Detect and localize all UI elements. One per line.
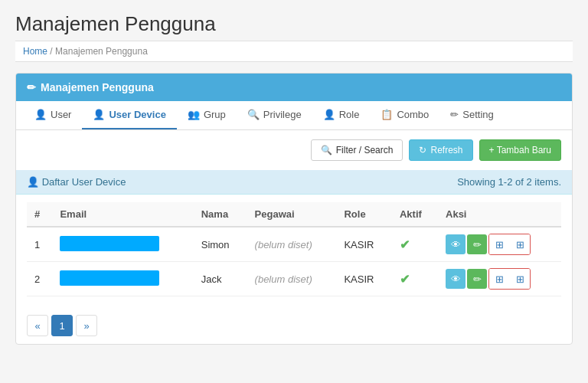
col-aksi: Aksi xyxy=(438,202,561,227)
grid2-button[interactable]: ⊞ xyxy=(510,234,530,254)
tab-grup[interactable]: 👥 Grup xyxy=(177,101,237,129)
card-header-icon: ✏ xyxy=(27,81,36,93)
table-row: 2 Jack (belum diset) KASIR ✔ 👁 ✏ xyxy=(27,262,561,296)
cell-pegawai: (belum diset) xyxy=(247,262,337,296)
check-icon: ✔ xyxy=(400,238,410,251)
section-title: 👤 Daftar User Device xyxy=(27,176,126,188)
cell-aktif: ✔ xyxy=(392,262,438,296)
col-pegawai: Pegawai xyxy=(247,202,337,227)
cell-no: 1 xyxy=(27,227,52,262)
page-1-button[interactable]: 1 xyxy=(51,315,73,336)
tab-combo[interactable]: 📋 Combo xyxy=(370,101,439,129)
view-button[interactable]: 👁 xyxy=(446,269,466,289)
cell-no: 2 xyxy=(27,262,52,296)
tab-user-device-label: User Device xyxy=(109,109,165,120)
tab-setting-label: Setting xyxy=(462,109,493,120)
delete-group: ⊞ ⊞ xyxy=(488,268,531,290)
table-body: 1 Simon (belum diset) KASIR ✔ 👁 ✏ xyxy=(27,227,561,296)
user-device-icon: 👤 xyxy=(93,109,105,120)
tab-grup-label: Grup xyxy=(204,109,226,120)
page-wrapper: Manajemen Pengguna Home / Manajemen Peng… xyxy=(0,0,588,357)
user-icon: 👤 xyxy=(34,109,47,120)
col-aktif: Aktif xyxy=(392,202,438,227)
setting-icon: ✏ xyxy=(450,109,459,120)
tab-setting[interactable]: ✏ Setting xyxy=(439,101,504,129)
breadcrumb-home[interactable]: Home xyxy=(23,46,47,57)
col-email: Email xyxy=(52,202,193,227)
check-icon: ✔ xyxy=(400,273,410,286)
tab-privilege[interactable]: 🔍 Privilege xyxy=(237,101,312,129)
filter-label: Filter / Search xyxy=(336,145,394,155)
breadcrumb-separator: / xyxy=(50,46,52,57)
card-header-label: Manajemen Pengguna xyxy=(41,81,154,93)
email-display xyxy=(60,236,159,251)
cell-role: KASIR xyxy=(336,227,392,262)
data-table: # Email Nama Pegawai Role Aktif Aksi 1 xyxy=(27,202,561,296)
section-header: 👤 Daftar User Device Showing 1-2 of 2 it… xyxy=(16,170,572,195)
cell-aktif: ✔ xyxy=(392,227,438,262)
table-row: 1 Simon (belum diset) KASIR ✔ 👁 ✏ xyxy=(27,227,561,262)
role-icon: 👤 xyxy=(323,109,335,120)
filter-search-button[interactable]: 🔍 Filter / Search xyxy=(311,139,403,161)
tab-user-device[interactable]: 👤 User Device xyxy=(82,101,176,129)
cell-aksi: 👁 ✏ ⊞ ⊞ xyxy=(438,262,561,296)
tab-privilege-label: Privilege xyxy=(263,109,302,120)
section-icon: 👤 xyxy=(27,176,39,188)
section-label: Daftar User Device xyxy=(42,176,126,188)
refresh-button[interactable]: ↻ Refresh xyxy=(409,139,472,161)
add-label: + Tambah Baru xyxy=(489,145,552,155)
grup-icon: 👥 xyxy=(188,109,200,120)
next-page-button[interactable]: » xyxy=(76,315,97,336)
action-buttons: 👁 ✏ ⊞ ⊞ xyxy=(446,234,554,255)
showing-text: Showing 1-2 of 2 items. xyxy=(457,176,561,188)
edit-button[interactable]: ✏ xyxy=(467,269,487,289)
breadcrumb-current: Manajemen Pengguna xyxy=(55,46,148,57)
privilege-icon: 🔍 xyxy=(247,109,260,120)
view-button[interactable]: 👁 xyxy=(446,234,466,254)
header-row: # Email Nama Pegawai Role Aktif Aksi xyxy=(27,202,561,227)
refresh-icon: ↻ xyxy=(419,145,426,155)
cell-pegawai: (belum diset) xyxy=(247,227,337,262)
delete-group: ⊞ ⊞ xyxy=(488,234,531,255)
cell-nama: Jack xyxy=(194,262,247,296)
cell-aksi: 👁 ✏ ⊞ ⊞ xyxy=(438,227,561,262)
toolbar: 🔍 Filter / Search ↻ Refresh + Tambah Bar… xyxy=(16,130,572,170)
col-role: Role xyxy=(336,202,392,227)
prev-page-button[interactable]: « xyxy=(27,315,48,336)
main-card: ✏ Manajemen Pengguna 👤 User 👤 User Devic… xyxy=(15,73,573,345)
table-wrapper: # Email Nama Pegawai Role Aktif Aksi 1 xyxy=(16,202,572,307)
tab-user-label: User xyxy=(51,109,71,120)
email-display xyxy=(60,270,159,286)
action-buttons: 👁 ✏ ⊞ ⊞ xyxy=(446,268,554,290)
grid1-button[interactable]: ⊞ xyxy=(489,269,509,289)
cell-email xyxy=(52,262,193,296)
grid1-button[interactable]: ⊞ xyxy=(489,234,509,254)
grid2-button[interactable]: ⊞ xyxy=(510,269,530,289)
tab-user[interactable]: 👤 User xyxy=(24,101,82,129)
pagination: « 1 » xyxy=(16,307,572,344)
table-head: # Email Nama Pegawai Role Aktif Aksi xyxy=(27,202,561,227)
refresh-label: Refresh xyxy=(430,145,462,155)
cell-role: KASIR xyxy=(336,262,392,296)
cell-email xyxy=(52,227,193,262)
col-no: # xyxy=(27,202,52,227)
edit-button[interactable]: ✏ xyxy=(467,234,487,254)
tab-combo-label: Combo xyxy=(397,109,429,120)
breadcrumb: Home / Manajemen Pengguna xyxy=(15,41,573,62)
tab-role-label: Role xyxy=(339,109,360,120)
filter-icon: 🔍 xyxy=(321,145,332,155)
col-nama: Nama xyxy=(194,202,247,227)
combo-icon: 📋 xyxy=(381,109,393,120)
tabs-container: 👤 User 👤 User Device 👥 Grup 🔍 Privilege … xyxy=(16,101,572,130)
page-title: Manajemen Pengguna xyxy=(15,12,573,36)
card-header: ✏ Manajemen Pengguna xyxy=(16,74,572,101)
add-button[interactable]: + Tambah Baru xyxy=(479,139,562,161)
tab-role[interactable]: 👤 Role xyxy=(312,101,371,129)
cell-nama: Simon xyxy=(194,227,247,262)
